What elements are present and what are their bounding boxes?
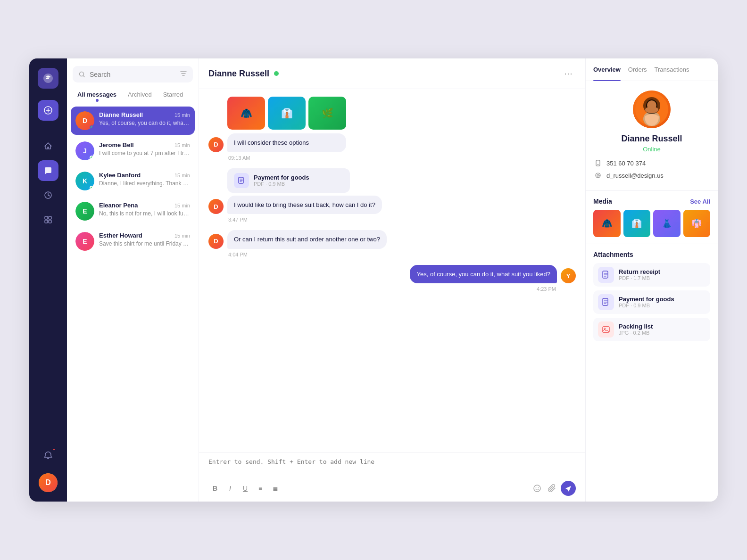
tab-transactions[interactable]: Transactions [655, 66, 689, 75]
profile-phone-row: 351 60 70 374 [593, 158, 646, 168]
chat-messages: D 🧥 👔 🌿 I [199, 89, 585, 452]
profile-email-row: d_russell@design.us [593, 171, 664, 180]
messages-panel: All messages Archived Starred D Dianne R… [67, 58, 199, 502]
message-bubble: Or can I return this suit and order anot… [227, 230, 387, 249]
attach-button[interactable] [546, 482, 559, 495]
tab-overview[interactable]: Overview [593, 66, 621, 75]
message-row: D Or can I return this suit and order an… [208, 230, 576, 249]
app-logo[interactable] [38, 68, 58, 89]
message-time: 15 min [174, 203, 190, 208]
notification-button[interactable] [38, 445, 58, 466]
tab-all-messages[interactable]: All messages [73, 88, 121, 101]
sidebar: D [29, 58, 67, 502]
conversation-item[interactable]: E Eleanor Pena 15 min No, this is not fo… [71, 197, 195, 225]
svg-rect-19 [598, 165, 599, 165]
chat-composer: B I U ≡ ≣ [199, 452, 585, 502]
media-thumbnail[interactable]: 👗 [653, 210, 681, 237]
conversation-item[interactable]: K Kylee Danford 15 min Dianne, I liked e… [71, 167, 195, 195]
message-row: D 🧥 👔 🌿 I [208, 97, 576, 152]
svg-point-9 [536, 487, 537, 488]
profile-status: Online [643, 146, 661, 153]
search-icon [78, 71, 86, 78]
message-time: 09:13 AM [228, 155, 576, 161]
sidebar-item-home[interactable] [38, 136, 58, 156]
conversation-item[interactable]: E Esther Howard 15 min Save this shirt f… [71, 227, 195, 255]
message-preview: Save this shirt for me until Friday or S… [99, 240, 190, 247]
message-time: 15 min [174, 173, 190, 178]
media-thumbnail[interactable]: 👘 [683, 210, 711, 237]
sidebar-item-grid[interactable] [38, 209, 58, 230]
message-input[interactable] [208, 458, 576, 475]
chat-header: Dianne Russell ⋯ [199, 58, 585, 89]
avatar: E [75, 202, 94, 221]
send-button[interactable] [561, 481, 576, 496]
attachment-meta: PDF · 1.7 MB [619, 275, 706, 281]
avatar: D [75, 111, 94, 130]
sidebar-item-compose[interactable] [38, 100, 58, 121]
avatar: K [75, 172, 94, 190]
message-preview: Dianne, I liked everything. Thank you ve… [99, 180, 190, 187]
pdf-icon [598, 267, 614, 283]
avatar: J [75, 141, 94, 160]
list-button[interactable]: ≡ [254, 482, 267, 495]
message-bubble: Yes, of course, you can do it, what suit… [410, 265, 557, 284]
media-see-all[interactable]: See All [690, 198, 710, 205]
attachment-item[interactable]: Packing list JPG · 0.2 MB [593, 318, 710, 341]
attachment-icon [234, 173, 249, 188]
filter-button[interactable] [180, 70, 187, 79]
underline-button[interactable]: U [239, 482, 252, 495]
svg-rect-5 [49, 220, 51, 223]
message-avatar: Y [561, 268, 576, 283]
message-group: Yes, of course, you can do it, what suit… [208, 265, 576, 292]
media-thumbnail[interactable]: 🧥 [593, 210, 621, 237]
tab-archived[interactable]: Archived [123, 88, 157, 101]
more-options-button[interactable]: ⋯ [561, 66, 576, 81]
message-time: 3:47 PM [228, 217, 576, 222]
message-preview: No, this is not for me, I will look furt… [99, 210, 190, 217]
message-group: D 🧥 👔 🌿 I [208, 97, 576, 161]
attachment-item[interactable]: Return receipt PDF · 1.7 MB [593, 263, 710, 287]
contact-name: Esther Howard [99, 232, 142, 239]
svg-point-17 [645, 107, 658, 113]
message-preview: Yes, of course, you can do it, what suit… [99, 120, 190, 126]
message-avatar: D [208, 137, 224, 152]
phone-icon [593, 158, 603, 168]
message-time: 4:23 PM [208, 286, 556, 292]
chat-main: Dianne Russell ⋯ D 🧥 👔 [199, 58, 586, 502]
composer-toolbar: B I U ≡ ≣ [208, 481, 576, 496]
italic-button[interactable]: I [224, 482, 237, 495]
message-bubble: I would like to bring these suit back, h… [227, 196, 382, 214]
sidebar-item-chat[interactable] [38, 160, 58, 181]
attachments-title: Attachments [593, 251, 633, 258]
message-images: 🧥 👔 🌿 [227, 97, 346, 130]
conversation-item[interactable]: D Dianne Russell 15 min Yes, of course, … [71, 107, 195, 135]
conversation-item[interactable]: J Jerome Bell 15 min I will come to you … [71, 137, 195, 165]
tab-orders[interactable]: Orders [628, 66, 647, 75]
svg-point-10 [538, 487, 539, 488]
attachment-item[interactable]: Payment for goods PDF · 0.9 MB [593, 290, 710, 314]
svg-point-21 [597, 174, 599, 176]
svg-point-8 [534, 485, 540, 492]
media-title: Media [593, 198, 612, 205]
pdf-icon [598, 294, 614, 310]
search-input[interactable] [90, 71, 176, 78]
contact-name: Jerome Bell [99, 141, 134, 148]
image-icon [598, 321, 614, 338]
tab-starred[interactable]: Starred [158, 88, 188, 101]
attachments-section: Attachments Return receipt PDF · 1.7 MB [586, 244, 718, 352]
svg-rect-2 [45, 216, 48, 219]
emoji-button[interactable] [531, 482, 544, 495]
user-avatar[interactable]: D [39, 473, 58, 492]
bold-button[interactable]: B [208, 482, 222, 495]
email-icon [593, 171, 603, 180]
ordered-list-button[interactable]: ≣ [269, 482, 282, 495]
message-image: 🌿 [308, 97, 346, 130]
sidebar-item-analytics[interactable] [38, 185, 58, 206]
contact-online-indicator [274, 71, 279, 76]
media-thumbnail[interactable]: 👔 [623, 210, 651, 237]
message-avatar: D [208, 234, 224, 249]
profile-phone: 351 60 70 374 [606, 160, 646, 167]
contact-name: Eleanor Pena [99, 202, 138, 209]
avatar: E [75, 232, 94, 251]
message-time: 4:04 PM [228, 252, 576, 257]
